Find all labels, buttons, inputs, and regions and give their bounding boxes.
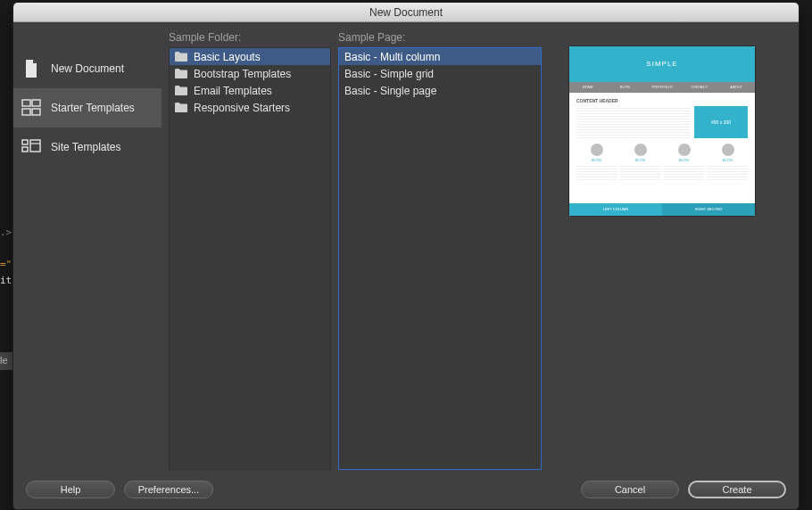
- preview-heading: CONTENT HEADER: [576, 98, 748, 103]
- document-icon: [21, 58, 42, 79]
- preview-col-text: [664, 164, 704, 180]
- preview-col: BLOG: [620, 144, 660, 180]
- svg-rect-2: [22, 109, 30, 115]
- preview-footer: LEFT COLUMN RIGHT SECOND: [569, 203, 755, 216]
- list-item[interactable]: Responsive Starters: [170, 99, 330, 116]
- list-item-label: Responsive Starters: [194, 102, 290, 114]
- dialog-content: New Document Starter Templates S: [13, 22, 799, 473]
- category-starter-templates[interactable]: Starter Templates: [13, 88, 162, 128]
- preferences-button[interactable]: Preferences...: [124, 481, 213, 498]
- preview-text-block: [576, 106, 691, 138]
- page-listbox[interactable]: Basic - Multi columnBasic - Simple gridB…: [338, 47, 542, 470]
- preview-image-placeholder: 400 x 200: [694, 106, 748, 138]
- background-code-peek: .> =" it: [0, 225, 12, 289]
- svg-rect-5: [22, 147, 28, 152]
- preview-circle-icon: [591, 144, 603, 156]
- starter-templates-icon: [21, 97, 42, 119]
- cancel-button[interactable]: Cancel: [581, 481, 679, 498]
- category-label: Site Templates: [51, 141, 121, 153]
- preview-col-text: [708, 164, 748, 180]
- list-item[interactable]: Email Templates: [170, 82, 330, 99]
- preview-col-head: BLOG: [576, 158, 617, 162]
- list-item-label: Basic - Multi column: [344, 51, 440, 63]
- create-button[interactable]: Create: [688, 481, 786, 498]
- preview-pane: SIMPLE HOMEBLOGPORTFOLIOCONTACTABOUT CON…: [549, 31, 788, 470]
- preview-col-head: BLOG: [620, 158, 660, 162]
- list-item[interactable]: Basic - Single page: [339, 82, 541, 99]
- category-label: Starter Templates: [51, 102, 135, 114]
- preview-col-text: [576, 164, 617, 180]
- page-column: Sample Page: Basic - Multi columnBasic -…: [338, 31, 542, 470]
- preview-col: BLOG: [708, 144, 748, 180]
- category-site-templates[interactable]: Site Templates: [13, 128, 162, 167]
- list-item-label: Bootstrap Templates: [194, 68, 291, 80]
- preview-footer-left: LEFT COLUMN: [569, 203, 662, 216]
- preview-columns: BLOGBLOGBLOGBLOG: [576, 144, 748, 180]
- list-item[interactable]: Basic - Simple grid: [339, 65, 541, 82]
- category-new-document[interactable]: New Document: [13, 49, 162, 88]
- preview-nav-item: CONTACT: [681, 82, 718, 93]
- folder-listbox[interactable]: Basic LayoutsBootstrap TemplatesEmail Te…: [169, 47, 331, 470]
- preview-col-head: BLOG: [708, 158, 748, 162]
- preview-nav-item: ABOUT: [717, 82, 755, 93]
- list-item-label: Basic Layouts: [194, 51, 261, 63]
- category-sidebar: New Document Starter Templates S: [13, 31, 162, 470]
- svg-rect-4: [22, 140, 28, 144]
- preview-col: BLOG: [664, 144, 704, 180]
- list-item[interactable]: Basic Layouts: [170, 48, 330, 65]
- preview-circle-icon: [634, 144, 647, 156]
- list-item[interactable]: Basic - Multi column: [339, 48, 541, 65]
- list-item-label: Email Templates: [194, 85, 272, 97]
- svg-rect-1: [32, 100, 40, 106]
- preview-nav: HOMEBLOGPORTFOLIOCONTACTABOUT: [569, 82, 755, 93]
- page-column-label: Sample Page:: [338, 31, 542, 44]
- folder-icon: [175, 69, 187, 78]
- preview-nav-item: BLOG: [607, 82, 644, 93]
- folder-column: Sample Folder: Basic LayoutsBootstrap Te…: [169, 31, 331, 470]
- preview-circle-icon: [678, 144, 691, 156]
- preview-col-head: BLOG: [664, 158, 704, 162]
- svg-rect-0: [22, 100, 30, 106]
- list-item-label: Basic - Simple grid: [344, 68, 434, 80]
- svg-rect-6: [30, 140, 40, 152]
- titlebar: New Document: [13, 3, 799, 22]
- category-label: New Document: [51, 62, 124, 75]
- folder-icon: [175, 103, 187, 112]
- preview-circle-icon: [722, 144, 734, 156]
- help-button[interactable]: Help: [26, 481, 115, 498]
- list-item-label: Basic - Single page: [344, 85, 436, 97]
- dialog-window: New Document New Document Starter Templa…: [12, 2, 800, 510]
- preview-nav-item: HOME: [569, 82, 607, 93]
- preview-hero: SIMPLE: [569, 46, 755, 82]
- folder-icon: [175, 86, 187, 95]
- folder-icon: [175, 52, 187, 62]
- button-bar: Help Preferences... Cancel Create: [13, 473, 799, 509]
- preview-nav-item: PORTFOLIO: [643, 82, 681, 93]
- list-item[interactable]: Bootstrap Templates: [170, 65, 330, 82]
- preview-col-text: [620, 164, 660, 180]
- window-title: New Document: [369, 6, 443, 19]
- template-preview: SIMPLE HOMEBLOGPORTFOLIOCONTACTABOUT CON…: [568, 45, 756, 217]
- preview-col: BLOG: [576, 144, 617, 180]
- background-text: le: [0, 355, 8, 366]
- site-templates-icon: [21, 136, 42, 158]
- preview-footer-right: RIGHT SECOND: [662, 203, 755, 216]
- folder-column-label: Sample Folder:: [169, 31, 331, 44]
- svg-rect-3: [32, 109, 40, 115]
